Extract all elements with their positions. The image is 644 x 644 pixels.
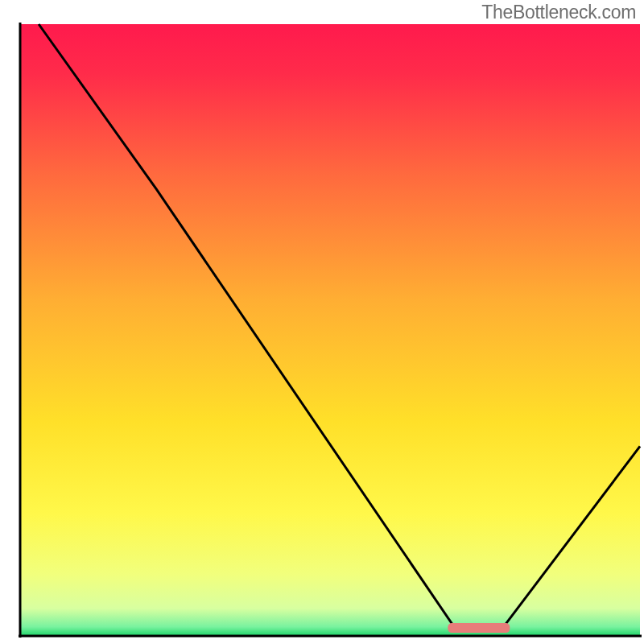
gradient-background bbox=[20, 24, 640, 636]
optimal-marker bbox=[448, 623, 510, 633]
bottleneck-chart bbox=[0, 0, 644, 644]
